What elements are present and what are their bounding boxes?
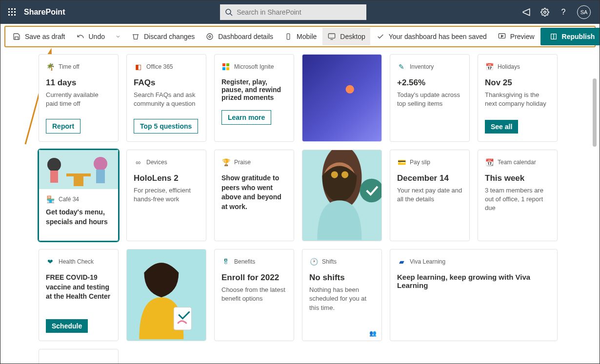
search-box[interactable] [220, 4, 366, 20]
svg-rect-30 [96, 170, 105, 183]
svg-rect-14 [287, 34, 290, 39]
card-office365[interactable]: ◧Office 365 FAQs Search FAQs and ask com… [126, 54, 206, 142]
card-timeoff[interactable]: 🌴Time off 11 days Currently available pa… [39, 54, 119, 142]
svg-rect-5 [14, 11, 16, 13]
settings-icon[interactable] [540, 7, 550, 17]
card-inventory[interactable]: ✎Inventory +2.56% Today's update across … [390, 54, 470, 142]
timeoff-report-button[interactable]: Report [46, 119, 80, 134]
svg-point-11 [544, 11, 546, 14]
scrollbar-thumb[interactable] [593, 78, 597, 147]
svg-rect-0 [8, 8, 10, 10]
svg-rect-24 [226, 63, 229, 66]
discard-button[interactable]: Discard changes [126, 28, 200, 45]
save-draft-button[interactable]: Save as draft [7, 28, 70, 45]
svg-rect-4 [11, 11, 13, 13]
card-praise-image [302, 150, 382, 241]
office-top5-button[interactable]: Top 5 questions [134, 119, 198, 134]
svg-rect-26 [226, 67, 229, 70]
card-cafe[interactable]: 🏪Café 34 Get today's menu, specials and … [39, 150, 119, 241]
svg-rect-6 [8, 14, 10, 16]
desktop-icon [327, 32, 336, 41]
svg-rect-23 [222, 63, 225, 66]
card-praise[interactable]: 🏆Praise Show gratitude to peers who went… [214, 150, 294, 241]
brand-label: SharePoint [24, 8, 65, 17]
svg-rect-1 [11, 8, 13, 10]
svg-rect-3 [8, 11, 10, 13]
holidays-seeall-button[interactable]: See all [485, 120, 518, 134]
heart-icon: ❤ [46, 257, 55, 266]
praise-illustration [302, 150, 381, 241]
app-launcher-icon[interactable] [4, 4, 20, 20]
card-payslip[interactable]: 💳Pay slip December 14 Your next pay date… [390, 150, 470, 241]
undo-icon [76, 32, 85, 41]
card-viva[interactable]: ▰Viva Learning Keep learning, keep growi… [390, 249, 558, 341]
card-holidays[interactable]: 📅Holidays Nov 25 Thanksgiving is the nex… [478, 54, 558, 142]
svg-rect-15 [329, 34, 335, 38]
header-actions: ? SA [521, 5, 596, 19]
cafe-icon: 🏪 [46, 195, 55, 204]
saved-status: Your dashboard has been saved [371, 28, 492, 45]
people-icon: 👥 [369, 330, 377, 337]
card-devices[interactable]: ∞Devices HoloLens 2 For precise, efficie… [126, 150, 206, 241]
toolbar-container: Save as draft Undo Discard changes Dashb… [0, 24, 600, 49]
svg-point-36 [360, 179, 381, 203]
office-icon: ◧ [134, 62, 142, 71]
svg-marker-18 [501, 35, 503, 37]
clock-icon: 🕐 [309, 257, 318, 266]
svg-point-9 [226, 9, 231, 14]
calendar-icon: 📅 [485, 62, 494, 71]
search-input[interactable] [220, 4, 366, 20]
undo-dropdown[interactable] [111, 28, 125, 45]
ignite-illustration [302, 55, 381, 141]
mobile-icon [284, 32, 293, 41]
nurse-illustration [127, 249, 206, 340]
card-shifts[interactable]: 🕐Shifts No shifts Nothing has been sched… [302, 249, 382, 341]
gear-icon [205, 32, 214, 41]
republish-button[interactable]: Republish [540, 28, 600, 45]
desktop-view-button[interactable]: Desktop [322, 28, 370, 45]
microsoft-icon [221, 62, 230, 71]
team-calendar-icon: 📆 [485, 158, 494, 167]
publish-icon [549, 32, 558, 41]
save-icon [12, 32, 21, 41]
dashboard-canvas: 🌴Time off 11 days Currently available pa… [0, 49, 600, 364]
card-health-image [126, 249, 206, 341]
mobile-view-button[interactable]: Mobile [279, 28, 321, 45]
svg-line-10 [230, 14, 232, 16]
svg-point-13 [207, 34, 213, 39]
preview-icon [498, 32, 506, 41]
command-bar: Save as draft Undo Discard changes Dashb… [4, 26, 596, 47]
card-ignite-image [302, 54, 382, 142]
timeoff-icon: 🌴 [46, 62, 55, 71]
megaphone-icon[interactable] [521, 7, 531, 17]
inventory-icon: ✎ [397, 62, 406, 71]
preview-button[interactable]: Preview [493, 28, 540, 45]
svg-rect-25 [222, 67, 225, 70]
card-empty[interactable] [39, 349, 119, 364]
svg-point-29 [94, 157, 107, 171]
chevron-down-icon [114, 32, 122, 41]
ribbon-icon: 🎖 [221, 257, 230, 266]
card-benefits[interactable]: 🎖Benefits Enroll for 2022 Choose from th… [214, 249, 294, 341]
help-icon[interactable]: ? [559, 7, 568, 17]
svg-point-34 [331, 172, 338, 178]
viva-icon: ▰ [397, 257, 406, 266]
discard-icon [131, 32, 140, 41]
ignite-learnmore-button[interactable]: Learn more [221, 110, 271, 125]
svg-rect-7 [11, 14, 13, 16]
card-teamcalendar[interactable]: 📆Team calendar This week 3 team members … [478, 150, 558, 241]
search-icon [225, 8, 233, 18]
global-header: SharePoint ? SA [0, 0, 600, 24]
health-schedule-button[interactable]: Schedule [46, 319, 88, 333]
svg-point-12 [209, 36, 211, 38]
undo-button[interactable]: Undo [71, 28, 110, 45]
payslip-icon: 💳 [397, 158, 406, 167]
svg-rect-8 [14, 14, 16, 16]
svg-rect-2 [14, 8, 16, 10]
dashboard-details-button[interactable]: Dashboard details [200, 28, 278, 45]
devices-icon: ∞ [134, 158, 142, 167]
card-ignite[interactable]: Microsoft Ignite Register, play, pause, … [214, 54, 294, 142]
card-health[interactable]: ❤Health Check FREE COVID-19 vaccine and … [39, 249, 119, 341]
user-avatar[interactable]: SA [577, 5, 591, 19]
svg-point-27 [47, 158, 61, 172]
